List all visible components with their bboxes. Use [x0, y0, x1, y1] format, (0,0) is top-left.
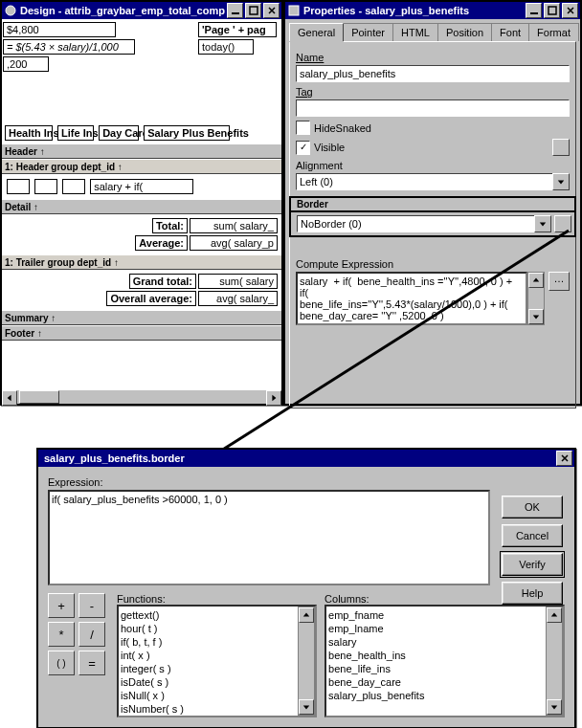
list-item[interactable]: gettext()	[121, 608, 313, 622]
op-minus[interactable]: -	[78, 593, 105, 618]
list-item[interactable]: salary_plus_benefits	[328, 689, 561, 702]
tab-font[interactable]: Font	[491, 23, 529, 41]
tab-format[interactable]: Format	[528, 23, 579, 41]
minimize-button[interactable]	[227, 3, 243, 18]
total-expr[interactable]: sum( salary_	[190, 218, 278, 233]
scroll-down-button[interactable]	[299, 699, 314, 715]
overall-average-expr[interactable]: avg( salary_	[198, 291, 278, 306]
scroll-up-button[interactable]	[547, 607, 562, 623]
close-button[interactable]	[556, 451, 572, 466]
col-header[interactable]: Salary Plus Benefits	[144, 125, 230, 141]
list-item[interactable]: isDate( s )	[121, 675, 313, 689]
overall-average-label[interactable]: Overall average:	[106, 291, 196, 306]
average-expr[interactable]: avg( salary_p	[190, 235, 278, 251]
list-item[interactable]: bene_day_care	[328, 675, 561, 689]
col-header[interactable]: Day Care	[99, 125, 139, 141]
cancel-button[interactable]: Cancel	[502, 524, 563, 547]
detail-placeholder[interactable]	[62, 179, 85, 194]
scroll-right-button[interactable]	[266, 390, 281, 406]
list-item[interactable]: bene_life_ins	[328, 662, 561, 675]
op-plus[interactable]: +	[48, 593, 75, 618]
design-cell[interactable]: 'Page ' + pag	[198, 22, 277, 37]
design-cell[interactable]: = $(5.43 × salary)/1,000	[3, 39, 135, 55]
design-cell[interactable]: today()	[198, 39, 254, 55]
columns-listbox[interactable]: emp_fname emp_lname salary bene_health_i…	[325, 605, 565, 717]
border-expr-button[interactable]	[554, 215, 571, 232]
op-div[interactable]: /	[78, 622, 105, 647]
list-item[interactable]: bene_health_ins	[328, 649, 561, 662]
design-cell[interactable]: ,200	[3, 56, 49, 72]
svg-marker-14	[303, 705, 309, 709]
op-eq[interactable]: =	[78, 651, 105, 675]
total-label[interactable]: Total:	[152, 218, 188, 233]
name-field[interactable]	[296, 65, 570, 82]
scroll-down-button[interactable]	[528, 309, 544, 324]
col-header[interactable]: Health Ins.	[5, 125, 53, 141]
design-canvas[interactable]: $4,800 = $(5.43 × salary)/1,000 ,200 'Pa…	[2, 19, 281, 390]
ok-button[interactable]: OK	[502, 496, 563, 518]
list-item[interactable]: int( x )	[121, 649, 313, 662]
expression-field[interactable]: if( salary_plus_benefits >60000, 1, 0 )	[48, 490, 490, 585]
visible-expr-button[interactable]	[552, 139, 570, 156]
list-item[interactable]: emp_fname	[328, 608, 561, 622]
band-header[interactable]: Header ↑	[2, 143, 281, 159]
alignment-value[interactable]	[296, 173, 552, 190]
visible-checkbox[interactable]	[296, 141, 310, 155]
border-dropdown[interactable]	[297, 215, 551, 232]
scroll-left-button[interactable]	[2, 390, 17, 406]
grand-total-label[interactable]: Grand total:	[129, 274, 196, 289]
compute-more-button[interactable]: …	[548, 272, 570, 291]
compute-expression-field[interactable]: salary + if( bene_health_ins =''Y'',4800…	[296, 272, 527, 325]
minimize-button[interactable]	[526, 3, 542, 18]
grand-total-expr[interactable]: sum( salary	[198, 274, 278, 289]
scroll-up-button[interactable]	[299, 607, 314, 623]
tab-general[interactable]: General	[289, 23, 344, 41]
chevron-down-icon[interactable]	[552, 173, 570, 190]
list-item[interactable]: isNull( x )	[121, 689, 313, 702]
list-item[interactable]: isNumber( s )	[121, 702, 313, 716]
compute-scrollbar[interactable]	[527, 272, 545, 325]
band-header-group[interactable]: 1: Header group dept_id ↑	[2, 159, 281, 174]
close-button[interactable]	[562, 3, 578, 18]
tab-panel-general: Name Tag HideSnaked Visible Alignment Bo…	[289, 41, 576, 408]
columns-scrollbar[interactable]	[546, 607, 563, 716]
maximize-button[interactable]	[245, 3, 261, 18]
functions-listbox[interactable]: gettext() hour( t ) if( b, t, f ) int( x…	[117, 605, 317, 717]
verify-button[interactable]: Verify	[502, 553, 563, 576]
functions-scrollbar[interactable]	[298, 607, 315, 716]
list-item[interactable]: if( b, t, f )	[121, 635, 313, 649]
hidesnaked-checkbox[interactable]	[296, 121, 310, 135]
help-button[interactable]: Help	[502, 582, 563, 605]
average-label[interactable]: Average:	[135, 235, 188, 251]
chevron-down-icon[interactable]	[534, 215, 551, 232]
dialog-button-stack: OK Cancel Verify Help	[502, 496, 563, 605]
close-button[interactable]	[263, 3, 280, 18]
op-parens[interactable]: ( )	[48, 651, 75, 675]
border-label: Border	[289, 196, 576, 212]
op-mul[interactable]: *	[48, 622, 75, 647]
scroll-down-button[interactable]	[547, 699, 562, 715]
detail-placeholder[interactable]	[34, 179, 57, 194]
horizontal-scrollbar[interactable]	[2, 390, 281, 404]
tag-field[interactable]	[296, 99, 570, 117]
band-footer[interactable]: Footer ↑	[2, 325, 281, 341]
list-item[interactable]: integer( s )	[121, 662, 313, 675]
alignment-dropdown[interactable]	[296, 173, 570, 190]
tab-html[interactable]: HTML	[392, 23, 438, 41]
list-item[interactable]: hour( t )	[121, 622, 313, 635]
border-value[interactable]	[297, 215, 534, 232]
tab-position[interactable]: Position	[437, 23, 492, 41]
col-header[interactable]: Life Ins.	[57, 125, 94, 141]
maximize-button[interactable]	[544, 3, 560, 18]
band-trailer-group[interactable]: 1: Trailer group dept_id ↑	[2, 254, 281, 270]
detail-field[interactable]: salary + if(	[90, 179, 193, 194]
list-item[interactable]: salary	[328, 635, 561, 649]
scroll-thumb[interactable]	[19, 390, 59, 404]
design-cell[interactable]: $4,800	[3, 22, 116, 37]
scroll-up-button[interactable]	[528, 273, 544, 288]
list-item[interactable]: emp_lname	[328, 622, 561, 635]
band-summary[interactable]: Summary ↑	[2, 310, 281, 325]
tab-pointer[interactable]: Pointer	[343, 23, 393, 41]
detail-placeholder[interactable]	[7, 179, 30, 194]
band-detail[interactable]: Detail ↑	[2, 199, 281, 214]
